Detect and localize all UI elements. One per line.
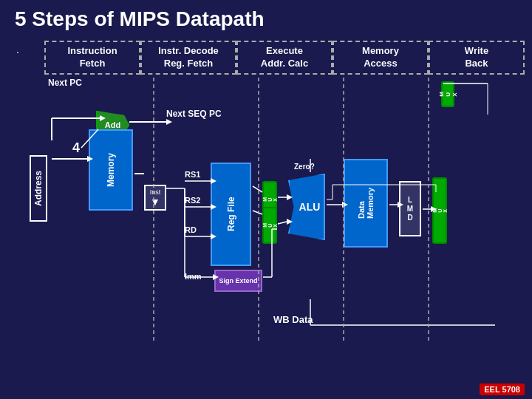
lmd-label: L M D (407, 196, 413, 222)
pc-mux: MUX (441, 81, 454, 107)
reg-file-label: Reg File (226, 197, 236, 232)
next-seq-pc-label: Next SEQ PC (166, 109, 222, 119)
rd-label: RD (185, 225, 197, 234)
next-pc-label: Next PC (48, 78, 82, 88)
adder-label: Add (105, 120, 120, 129)
svg-line-22 (253, 211, 262, 214)
data-memory-label: DataMemory (357, 188, 375, 219)
eel-badge: EEL 5708 (480, 383, 525, 395)
wb-data-label: WB Data (273, 314, 313, 325)
stage-memory-access: MemoryAccess (332, 41, 429, 75)
sign-extend-label: Sign Extend (219, 277, 257, 284)
alu-block: ALU (288, 174, 325, 240)
datapath-area: Next PC MUX Add 4 Address Memory Inst ▼ … (15, 78, 525, 377)
svg-marker-7 (166, 119, 172, 125)
lmd-box: L M D (399, 181, 421, 236)
stage-write-back: WriteBack (429, 41, 525, 75)
imm-label: Imm (185, 272, 202, 281)
mux-right-block: MUX (432, 177, 447, 244)
instruction-memory-block: Memory (89, 129, 133, 211)
alu-label: ALU (299, 201, 321, 213)
zero-label: Zero? (294, 163, 315, 171)
mux2-block: MUX (262, 207, 277, 244)
bullet-point: · (16, 46, 19, 58)
svg-line-21 (253, 186, 262, 192)
inst-label: Inst (150, 188, 161, 196)
address-label: Address (30, 155, 47, 222)
rs1-label: RS1 (185, 170, 200, 179)
page-title: 5 Steps of MIPS Datapath (0, 0, 532, 38)
data-memory-block: DataMemory (344, 159, 388, 248)
stage-execute: ExecuteAddr. Calc (236, 41, 332, 75)
stage-instr-decode: Instr. DecodeReg. Fetch (140, 41, 236, 75)
pipeline-stages: InstructionFetch Instr. DecodeReg. Fetch… (44, 41, 525, 75)
inst-box: Inst ▼ (144, 185, 166, 211)
stage-instruction-fetch: InstructionFetch (44, 41, 140, 75)
inst-arrow: ▼ (150, 196, 160, 208)
four-label: 4 (72, 140, 80, 156)
svg-line-25 (278, 222, 287, 224)
sign-extend-block: Sign Extend (214, 270, 262, 292)
rs2-label: RS2 (185, 196, 200, 205)
memory-label: Memory (106, 153, 116, 187)
slide: 5 Steps of MIPS Datapath · InstructionFe… (0, 0, 532, 399)
reg-file-block: Reg File (211, 163, 251, 266)
